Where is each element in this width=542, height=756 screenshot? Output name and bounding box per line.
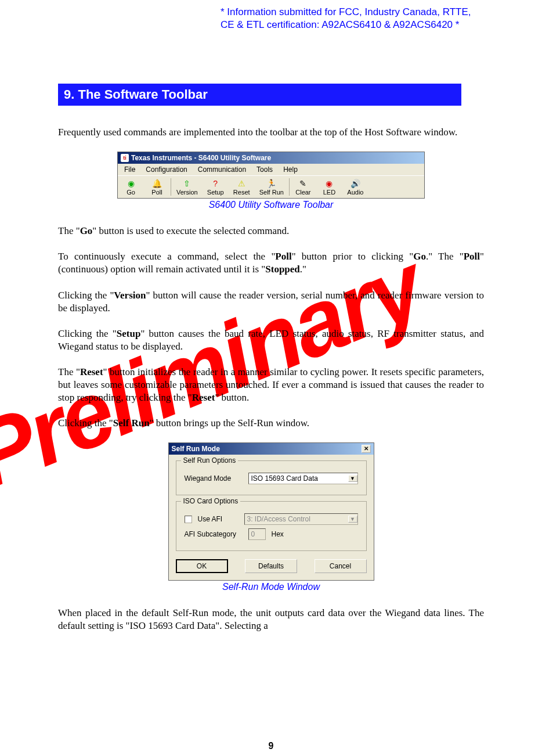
menu-file[interactable]: File (122, 165, 137, 174)
setup-icon: ? (213, 178, 218, 189)
go-icon: ◉ (128, 178, 135, 189)
intro-paragraph: Frequently used commands are implemented… (58, 126, 484, 139)
toolbar-screenshot: ti Texas Instruments - S6400 Utility Sof… (117, 152, 425, 199)
go-paragraph: The "Go" button is used to execute the s… (58, 225, 484, 237)
led-icon: ◉ (326, 178, 333, 189)
cancel-button[interactable]: Cancel (315, 559, 367, 573)
useafi-label: Use AFI (198, 515, 239, 523)
selfrun-icon: 🏃 (266, 178, 276, 189)
defaults-button[interactable]: Defaults (245, 559, 297, 573)
iso-options-group: ISO Card Options Use AFI 3: ID/Access Co… (176, 501, 367, 551)
menu-tools[interactable]: Tools (255, 165, 274, 174)
menu-help[interactable]: Help (281, 165, 299, 174)
audio-button[interactable]: 🔊Audio (342, 177, 368, 197)
dialog-title-text: Self Run Mode (172, 445, 220, 453)
selfrun-button[interactable]: 🏃Self Run (255, 177, 288, 197)
separator (171, 178, 171, 196)
dialog-titlebar: Self Run Mode ✕ (169, 443, 374, 455)
clear-button[interactable]: ✎Clear (290, 177, 316, 197)
dialog-caption: Self-Run Mode Window (58, 582, 484, 592)
reset-paragraph: The "Reset" button initializes the reade… (58, 366, 484, 404)
close-icon[interactable]: ✕ (362, 445, 371, 453)
afisub-input: 0 (248, 528, 266, 540)
separator (289, 178, 290, 196)
selfrun-dialog: Self Run Mode ✕ Self Run Options Wiegand… (168, 442, 374, 581)
chevron-down-icon: ▼ (348, 475, 357, 482)
go-button[interactable]: ◉Go (118, 177, 144, 197)
window-title: Texas Instruments - S6400 Utility Softwa… (131, 154, 271, 162)
version-button[interactable]: ⇧Version (172, 177, 203, 197)
wiegand-label: Wiegand Mode (185, 474, 243, 483)
button-bar: ◉Go 🔔Poll ⇧Version ?Setup ⚠Reset 🏃Self R… (118, 175, 424, 198)
page-number: 9 (0, 741, 542, 751)
group-label: ISO Card Options (181, 497, 241, 505)
menu-bar: File Configuration Communication Tools H… (118, 164, 424, 175)
chevron-down-icon: ▼ (348, 516, 357, 523)
ok-button[interactable]: OK (176, 559, 228, 573)
reset-button[interactable]: ⚠Reset (229, 177, 255, 197)
section-title: 9. The Software Toolbar (58, 84, 461, 106)
menu-communication[interactable]: Communication (196, 165, 248, 174)
poll-paragraph: To continuously execute a command, selec… (58, 250, 484, 276)
group-label: Self Run Options (181, 456, 239, 465)
clear-icon: ✎ (299, 178, 306, 189)
audio-icon: 🔊 (351, 178, 360, 189)
wiegand-combo[interactable]: ISO 15693 Card Data ▼ (248, 473, 358, 484)
led-button[interactable]: ◉LED (316, 177, 342, 197)
poll-icon: 🔔 (152, 178, 162, 189)
menu-configuration[interactable]: Configuration (144, 165, 189, 174)
useafi-checkbox[interactable] (185, 516, 192, 523)
version-paragraph: Clicking the "Version" button will cause… (58, 289, 484, 315)
setup-paragraph: Clicking the "Setup" button causes the b… (58, 327, 484, 353)
header-fcc-note: * Information submitted for FCC, Industr… (221, 6, 484, 31)
afi-combo: 3: ID/Access Control ▼ (244, 513, 358, 525)
last-paragraph: When placed in the default Self-Run mode… (58, 607, 484, 632)
ti-logo-icon: ti (121, 154, 129, 162)
selfrun-options-group: Self Run Options Wiegand Mode ISO 15693 … (176, 460, 367, 495)
selfrun-paragraph: Clicking the "Self Run" button brings up… (58, 417, 484, 430)
poll-button[interactable]: 🔔Poll (144, 177, 170, 197)
window-titlebar: ti Texas Instruments - S6400 Utility Sof… (118, 152, 424, 164)
setup-button[interactable]: ?Setup (203, 177, 229, 197)
toolbar-caption: S6400 Utility Software Toolbar (58, 200, 484, 210)
afisub-label: AFI Subcategory (185, 530, 243, 538)
reset-icon: ⚠ (238, 178, 245, 189)
hex-label: Hex (272, 530, 284, 538)
version-icon: ⇧ (183, 178, 190, 189)
